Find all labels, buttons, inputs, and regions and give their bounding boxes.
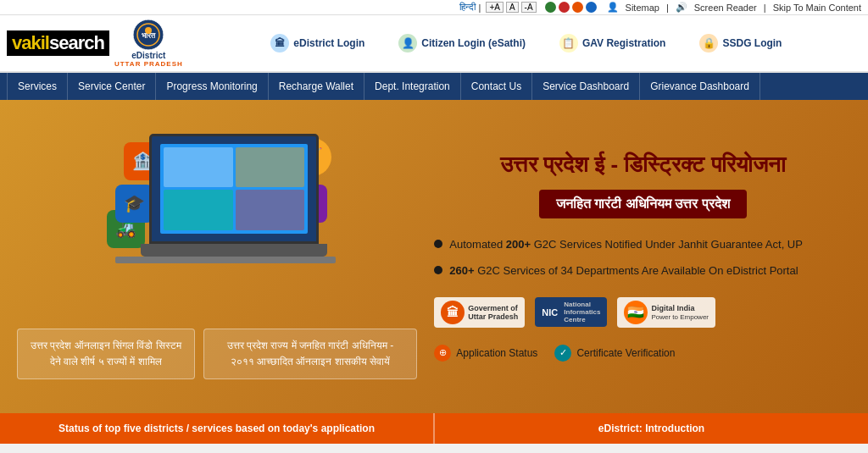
cert-verify-icon: ✓ bbox=[554, 345, 571, 362]
tab-top-districts[interactable]: Status of top five districts / services … bbox=[0, 413, 435, 444]
ssdg-label: SSDG Login bbox=[722, 37, 782, 49]
emblem-icon: भारत bbox=[132, 19, 164, 51]
nav-contact[interactable]: Contact Us bbox=[461, 73, 532, 100]
laptop-illustration: 🏦 🚜 💊 🛒 💰 🎓 📱 bbox=[98, 134, 336, 303]
theme-green[interactable] bbox=[545, 2, 556, 13]
textbox-five-states: उत्तर प्रदेश ऑनलाइन सिंगल विंडो सिस्टम द… bbox=[17, 329, 195, 379]
citizen-login-label: Citizen Login (eSathi) bbox=[421, 37, 526, 49]
font-increase-btn[interactable]: +A bbox=[486, 2, 504, 13]
nav-services[interactable]: Services bbox=[7, 73, 68, 100]
main-nav: Services Service Center Progress Monitor… bbox=[0, 73, 868, 100]
nav-service-center[interactable]: Service Center bbox=[68, 73, 156, 100]
theme-red[interactable] bbox=[559, 2, 570, 13]
language-links: हिन्दी | bbox=[459, 2, 481, 13]
app-status-label: Application Status bbox=[456, 347, 537, 359]
laptop-base bbox=[141, 244, 327, 257]
partner-logos: 🏛 Goverment ofUttar Pradesh NIC National… bbox=[434, 297, 851, 328]
certificate-verification[interactable]: ✓ Certificate Verification bbox=[554, 345, 675, 362]
gav-registration[interactable]: 📋 GAV Registration bbox=[559, 34, 665, 52]
search-text: search bbox=[49, 32, 104, 53]
speaker-icon: 🔊 bbox=[676, 2, 687, 13]
hero-left: 🏦 🚜 💊 🛒 💰 🎓 📱 उत्तर प्रदेश ऑनला bbox=[17, 117, 417, 396]
sitemap-link[interactable]: Sitemap bbox=[626, 3, 659, 13]
bullet1-suffix: G2C Services Notified Under Janhit Guara… bbox=[531, 238, 803, 251]
bullet2-suffix: G2C Services of 34 Departments Are Avail… bbox=[475, 264, 798, 277]
ssdg-login[interactable]: 🔒 SSDG Login bbox=[699, 34, 782, 52]
nav-grievance[interactable]: Grievance Dashboard bbox=[640, 73, 760, 100]
color-theme-controls bbox=[545, 2, 597, 13]
bullet1-highlight: 200+ bbox=[506, 238, 531, 251]
bullet2-highlight: 260+ bbox=[449, 264, 474, 277]
laptop-stand bbox=[115, 257, 336, 263]
bullet1-prefix: Automated bbox=[449, 238, 506, 251]
laptop-screen bbox=[149, 134, 319, 244]
citizen-login-icon: 👤 bbox=[398, 34, 417, 52]
bullet-dot-1 bbox=[434, 240, 442, 248]
screen-reader-link[interactable]: Screen Reader bbox=[694, 3, 757, 13]
hero-right: उत्तर प्रदेश ई - डिस्ट्रिक्ट परियोजना जन… bbox=[434, 117, 851, 396]
font-normal-btn[interactable]: A bbox=[506, 2, 519, 13]
vakilsearch-logo: vakilsearch bbox=[7, 30, 109, 56]
hero-section: 🏦 🚜 💊 🛒 💰 🎓 📱 उत्तर प्रदेश ऑनला bbox=[0, 100, 868, 413]
feature-bullets: Automated 200+ G2C Services Notified Und… bbox=[434, 237, 851, 278]
theme-orange[interactable] bbox=[572, 2, 583, 13]
brand-area: vakilsearch भारत eDistrict UTTAR PRADESH bbox=[7, 19, 183, 68]
bottom-tabs: Status of top five districts / services … bbox=[0, 413, 868, 444]
screen-block-2 bbox=[236, 147, 305, 187]
screen-block-3 bbox=[164, 190, 233, 229]
digital-india-logo: 🇮🇳 Digital IndiaPower to Empower bbox=[617, 297, 715, 328]
app-status-icon: ⊕ bbox=[434, 345, 451, 362]
header: vakilsearch भारत eDistrict UTTAR PRADESH… bbox=[0, 15, 868, 73]
tab-intro[interactable]: eDistrict: Introduction bbox=[435, 413, 868, 444]
screen-content bbox=[160, 144, 309, 233]
application-status[interactable]: ⊕ Application Status bbox=[434, 345, 537, 362]
vakil-text: vakil bbox=[12, 32, 49, 53]
utility-links: 👤 Sitemap | 🔊 Screen Reader | Skip To Ma… bbox=[607, 2, 861, 13]
screen-block-1 bbox=[164, 147, 233, 187]
screen-block-4 bbox=[236, 190, 305, 229]
font-size-controls: +A A -A bbox=[486, 2, 536, 13]
hindi-link[interactable]: हिन्दी bbox=[459, 2, 476, 13]
edistrict-logo: भारत eDistrict UTTAR PRADESH bbox=[114, 19, 183, 68]
theme-blue[interactable] bbox=[586, 2, 597, 13]
nav-dashboard[interactable]: Service Dashboard bbox=[532, 73, 640, 100]
hero-title: उत्तर प्रदेश ई - डिस्ट्रिक्ट परियोजना bbox=[434, 152, 851, 178]
digital-india-text: Digital IndiaPower to Empower bbox=[651, 304, 709, 321]
skip-content-link[interactable]: Skip To Main Content bbox=[773, 3, 861, 13]
person-icon: 👤 bbox=[607, 2, 619, 13]
bullet-dot-2 bbox=[434, 266, 442, 274]
nav-recharge[interactable]: Recharge Wallet bbox=[269, 73, 364, 100]
edistrict-login-icon: 🏛 bbox=[270, 34, 289, 52]
edistrict-login[interactable]: 🏛 eDistrict Login bbox=[270, 34, 364, 52]
citizen-login[interactable]: 👤 Citizen Login (eSathi) bbox=[398, 34, 526, 52]
gav-icon: 📋 bbox=[559, 34, 578, 52]
uttar-pradesh-label: UTTAR PRADESH bbox=[114, 60, 183, 68]
hero-text-boxes: उत्तर प्रदेश ऑनलाइन सिंगल विंडो सिस्टम द… bbox=[17, 329, 417, 379]
gov-up-text: Goverment ofUttar Pradesh bbox=[468, 304, 518, 321]
gav-label: GAV Registration bbox=[582, 37, 665, 49]
app-status-row: ⊕ Application Status ✓ Certificate Verif… bbox=[434, 345, 851, 362]
ssdg-icon: 🔒 bbox=[699, 34, 718, 52]
digital-india-icon: 🇮🇳 bbox=[624, 301, 648, 324]
grad-icon: 🎓 bbox=[115, 185, 153, 223]
bullet-2: 260+ G2C Services of 34 Departments Are … bbox=[434, 263, 851, 279]
nic-fullname: NationalInformaticsCentre bbox=[564, 301, 600, 323]
svg-point-3 bbox=[145, 27, 152, 34]
gov-up-logo: 🏛 Goverment ofUttar Pradesh bbox=[434, 297, 525, 328]
font-decrease-btn[interactable]: -A bbox=[521, 2, 537, 13]
nic-text: NIC bbox=[542, 307, 558, 318]
nav-progress[interactable]: Progress Monitoring bbox=[156, 73, 268, 100]
edistrict-login-label: eDistrict Login bbox=[293, 37, 364, 49]
nic-logo: NIC NationalInformaticsCentre bbox=[535, 297, 607, 327]
textbox-janhit: उत्तर प्रदेश राज्य में जनहित गारंटी अधिन… bbox=[203, 329, 418, 379]
nav-dept[interactable]: Dept. Integration bbox=[364, 73, 461, 100]
bullet-1: Automated 200+ G2C Services Notified Und… bbox=[434, 237, 851, 252]
edistrict-name: eDistrict bbox=[131, 51, 165, 60]
top-utility-bar: हिन्दी | +A A -A 👤 Sitemap | 🔊 Screen Re… bbox=[0, 0, 868, 15]
gov-up-icon: 🏛 bbox=[441, 301, 465, 324]
login-buttons-area: 🏛 eDistrict Login 👤 Citizen Login (eSath… bbox=[192, 34, 861, 52]
janhit-badge: जनहित गारंटी अधिनियम उत्तर प्रदेश bbox=[539, 190, 747, 218]
cert-verify-label: Certificate Verification bbox=[576, 347, 675, 359]
